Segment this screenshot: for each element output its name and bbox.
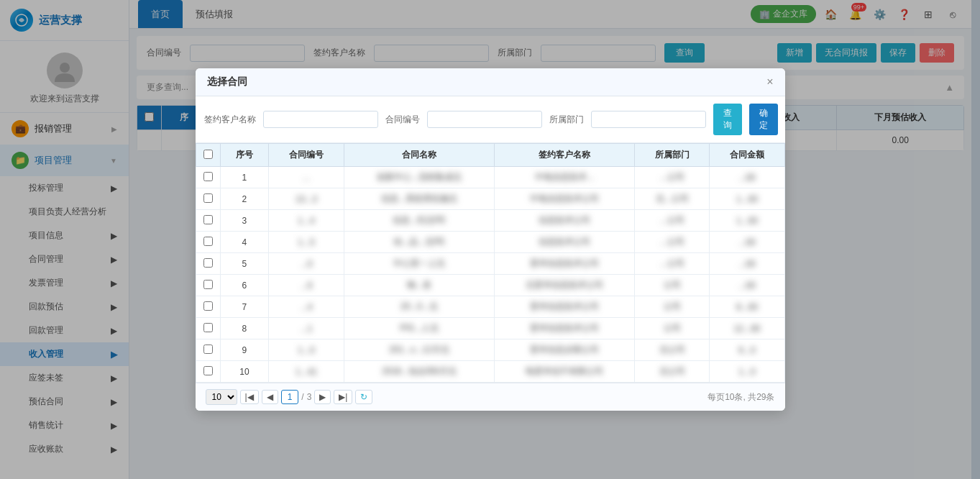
next-page-button[interactable]: ▶ [314, 390, 331, 404]
modal-table-wrap: 序号 合同编号 合同名称 签约客户名称 所属部门 合同金额 1 ... 创新中心… [196, 143, 785, 383]
modal-filter-bar: 签约客户名称 合同编号 所属部门 查询 确定 [196, 96, 785, 143]
modal-table: 序号 合同编号 合同名称 签约客户名称 所属部门 合同金额 1 ... 创新中心… [196, 143, 785, 383]
modal-dept-input[interactable] [591, 111, 706, 128]
modal-table-row[interactable]: 7 ...4 20...0...北 普华信息技术公司 公司 8...00 [196, 296, 784, 318]
modal-contract-no-label: 合同编号 [385, 114, 420, 126]
row-checkbox-3[interactable] [203, 237, 213, 246]
row-checkbox-1[interactable] [203, 193, 213, 203]
modal-th-contract-no: 合同编号 [269, 144, 344, 167]
row-checkbox-9[interactable] [203, 366, 213, 375]
modal-overlay: 选择合同 × 签约客户名称 合同编号 所属部门 查询 确定 序号 [0, 0, 980, 479]
modal-table-row[interactable]: 9 1...0 201...s...12月北 普华信息步限公司 北公司 6...… [196, 339, 784, 361]
select-contract-modal: 选择合同 × 签约客户名称 合同编号 所属部门 查询 确定 序号 [196, 68, 785, 411]
prev-page-button[interactable]: ◀ [262, 390, 278, 404]
modal-th-customer: 签约客户名称 [495, 144, 635, 167]
modal-select-all[interactable] [203, 150, 213, 159]
modal-header: 选择合同 × [196, 68, 785, 96]
refresh-button[interactable]: ↻ [355, 390, 372, 404]
modal-pagination: 10 20 50 |◀ ◀ 1 / 3 ▶ ▶| ↻ [206, 389, 373, 405]
modal-close-button[interactable]: × [766, 76, 773, 88]
first-page-button[interactable]: |◀ [240, 390, 259, 404]
page-info: 每页10条, 共29条 [707, 391, 774, 403]
modal-table-row[interactable]: 1 ... 创新中心...流程集成北 中电信息技术... ...公司 ...00 [196, 167, 784, 188]
modal-table-row[interactable]: 3 1...4 信息...托北PE 信息技术公司 ...公司 1...00 [196, 210, 784, 232]
modal-table-row[interactable]: 8 ...1 PIS...人北 普华信息技术公司 公司 12...00 [196, 318, 784, 339]
row-checkbox-2[interactable] [203, 215, 213, 224]
modal-th-seq: 序号 [220, 144, 269, 167]
modal-customer-label: 签约客户名称 [204, 114, 256, 126]
modal-table-row[interactable]: 6 ...6 物...发 北普华信息技术公司 公司 ...00 [196, 275, 784, 296]
modal-query-button[interactable]: 查询 [713, 104, 742, 135]
row-checkbox-6[interactable] [203, 301, 213, 311]
modal-table-row[interactable]: 4 1...5 动...品...北PE 信息技术公司 ...公司 ...00 [196, 232, 784, 253]
row-checkbox-8[interactable] [203, 345, 213, 354]
row-checkbox-4[interactable] [203, 258, 213, 268]
total-pages: 3 [307, 392, 312, 402]
row-checkbox-5[interactable] [203, 280, 213, 289]
row-checkbox-7[interactable] [203, 323, 213, 332]
modal-th-dept: 所属部门 [635, 144, 710, 167]
modal-footer: 10 20 50 |◀ ◀ 1 / 3 ▶ ▶| ↻ 每页10条, 共29条 [196, 383, 785, 411]
modal-dept-label: 所属部门 [549, 114, 584, 126]
current-page: 1 [281, 390, 299, 404]
modal-th-amount: 合同金额 [710, 144, 784, 167]
modal-title: 选择合同 [207, 76, 247, 88]
modal-table-row[interactable]: 10 1...41 2018...包合同6月北 电普华信不有限公司 北公司 1.… [196, 361, 784, 383]
modal-confirm-button[interactable]: 确定 [749, 104, 778, 135]
modal-customer-input[interactable] [263, 111, 378, 128]
last-page-button[interactable]: ▶| [334, 390, 352, 404]
modal-th-check [196, 144, 220, 167]
modal-table-row[interactable]: 2 13...3 信息...系统用实施北 中电信息技术公司 北...公司 1..… [196, 188, 784, 210]
page-size-select[interactable]: 10 20 50 [206, 389, 237, 405]
modal-th-contract-name: 合同名称 [344, 144, 495, 167]
modal-table-row[interactable]: 5 ...0 中心里一上北 普华信息技术公司 ...公司 ...00 [196, 253, 784, 275]
modal-contract-no-input[interactable] [427, 111, 542, 128]
row-checkbox-0[interactable] [203, 172, 213, 181]
